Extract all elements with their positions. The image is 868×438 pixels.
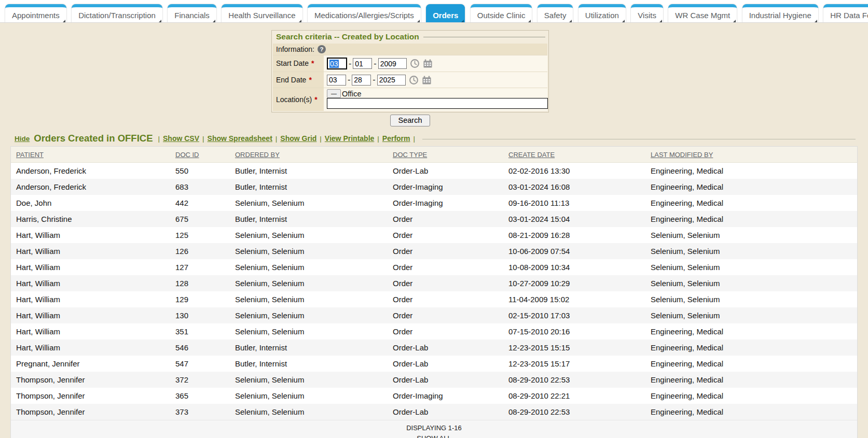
- cell-create-date: 12-23-2015 15:15: [503, 343, 645, 352]
- tab-health-surveillance[interactable]: Health Surveillance: [222, 4, 302, 23]
- column-header-doc-id[interactable]: DOC ID: [170, 147, 230, 162]
- end-date-month-input[interactable]: [327, 75, 346, 86]
- search-criteria-panel: Search criteria -- Created by Location I…: [271, 30, 549, 112]
- cell-doc-id: 546: [170, 343, 230, 352]
- column-header-last-modified-by[interactable]: LAST MODIFIED BY: [645, 147, 857, 162]
- show-spreadsheet-link[interactable]: Show Spreadsheet: [208, 134, 272, 143]
- tab-hr-data-feed[interactable]: HR Data Feed↗: [823, 4, 868, 23]
- cell-doc-id: 129: [170, 295, 230, 304]
- cell-create-date: 10-06-2009 07:54: [503, 247, 645, 256]
- calendar-picker-icon[interactable]: [422, 75, 432, 85]
- column-header-patient[interactable]: PATIENT: [11, 147, 170, 162]
- tab-utilization[interactable]: Utilization: [578, 4, 626, 23]
- tab-appointments[interactable]: Appointments: [5, 4, 66, 23]
- cell-doc-type: Order: [388, 247, 503, 256]
- help-icon[interactable]: ?: [318, 45, 326, 53]
- cell-patient: Thompson, Jennifer: [11, 375, 170, 384]
- cell-ordered-by: Selenium, Selenium: [230, 391, 388, 400]
- search-button[interactable]: Search: [390, 115, 431, 126]
- start-date-year-input[interactable]: [378, 58, 407, 69]
- tab-outside-clinic[interactable]: Outside Clinic: [471, 4, 532, 23]
- cell-doc-type: Order-Lab: [388, 166, 503, 175]
- cell-last-modified-by: Engineering, Medical: [645, 182, 857, 191]
- cell-ordered-by: Selenium, Selenium: [230, 247, 388, 256]
- cell-last-modified-by: Selenium, Selenium: [645, 247, 857, 256]
- table-row[interactable]: Doe, John 442 Selenium, Selenium Order-I…: [11, 195, 857, 211]
- locations-label: Location(s)*: [273, 88, 324, 111]
- column-header-doc-type[interactable]: DOC TYPE: [388, 147, 503, 162]
- tab-medications-allergies-scripts[interactable]: Medications/Allergies/Scripts: [308, 4, 421, 23]
- cell-patient: Thompson, Jennifer: [11, 407, 170, 416]
- time-picker-icon[interactable]: [409, 75, 419, 85]
- hide-link[interactable]: Hide: [15, 135, 30, 143]
- cell-last-modified-by: Engineering, Medical: [645, 407, 857, 416]
- cell-ordered-by: Butler, Internist: [230, 182, 388, 191]
- dropdown-caret-icon: [212, 20, 215, 23]
- required-asterisk: *: [311, 59, 314, 67]
- remove-location-button[interactable]: —: [327, 89, 341, 98]
- table-row[interactable]: Hart, William 127 Selenium, Selenium Ord…: [11, 259, 857, 275]
- table-row[interactable]: Hart, William 125 Selenium, Selenium Ord…: [11, 227, 857, 243]
- table-footer: DISPLAYING 1-16 SHOW ALL: [11, 420, 857, 438]
- cell-patient: Hart, William: [11, 295, 170, 304]
- table-row[interactable]: Thompson, Jennifer 372 Selenium, Seleniu…: [11, 372, 857, 388]
- show-csv-link[interactable]: Show CSV: [163, 134, 199, 143]
- cell-last-modified-by: Engineering, Medical: [645, 199, 857, 207]
- tab-safety[interactable]: Safety: [538, 4, 573, 23]
- search-criteria-title: Search criteria -- Created by Location: [276, 32, 419, 41]
- cell-doc-type: Order-Lab: [388, 407, 503, 416]
- table-row[interactable]: Hart, William 129 Selenium, Selenium Ord…: [11, 291, 857, 307]
- table-header-row: PATIENT DOC ID ORDERED BY DOC TYPE CREAT…: [11, 147, 857, 163]
- view-printable-link[interactable]: View Printable: [325, 134, 374, 143]
- start-date-month-input[interactable]: 03: [327, 58, 347, 69]
- table-row[interactable]: Hart, William 130 Selenium, Selenium Ord…: [11, 307, 857, 323]
- top-tab-bar: Appointments Dictation/Transcription Fin…: [0, 0, 868, 23]
- time-picker-icon[interactable]: [410, 59, 420, 68]
- cell-last-modified-by: Engineering, Medical: [645, 359, 857, 368]
- perform-link[interactable]: Perform: [382, 134, 410, 143]
- show-all-link[interactable]: SHOW ALL: [417, 434, 451, 438]
- cell-doc-id: 126: [170, 247, 230, 256]
- start-date-day-input[interactable]: [353, 58, 372, 69]
- table-row[interactable]: Hart, William 351 Selenium, Selenium Ord…: [11, 323, 857, 340]
- cell-doc-id: 127: [170, 263, 230, 272]
- cell-doc-type: Order-Lab: [388, 359, 503, 368]
- calendar-picker-icon[interactable]: [423, 59, 433, 68]
- table-row[interactable]: Anderson, Frederick 683 Butler, Internis…: [11, 179, 857, 195]
- table-row[interactable]: Thompson, Jennifer 365 Selenium, Seleniu…: [11, 388, 857, 404]
- table-row[interactable]: Harris, Christine 675 Butler, Internist …: [11, 211, 857, 227]
- tab-industrial-hygiene[interactable]: Industrial Hygiene: [742, 4, 818, 23]
- tab-dictation-transcription[interactable]: Dictation/Transcription: [72, 4, 162, 23]
- cell-create-date: 02-15-2010 17:03: [503, 311, 645, 320]
- cell-doc-type: Order: [388, 263, 503, 272]
- cell-patient: Anderson, Frederick: [11, 182, 170, 191]
- column-header-ordered-by[interactable]: ORDERED BY: [230, 147, 388, 162]
- cell-last-modified-by: Selenium, Selenium: [645, 311, 857, 320]
- cell-last-modified-by: Selenium, Selenium: [645, 263, 857, 272]
- tab-financials[interactable]: Financials: [168, 4, 216, 23]
- cell-create-date: 10-27-2009 10:29: [503, 279, 645, 288]
- tab-visits[interactable]: Visits: [631, 4, 663, 23]
- cell-patient: Thompson, Jennifer: [11, 391, 170, 400]
- tab-wr-case-mgmt[interactable]: WR Case Mgmt: [668, 4, 737, 23]
- table-row[interactable]: Hart, William 126 Selenium, Selenium Ord…: [11, 243, 857, 259]
- cell-doc-id: 125: [170, 231, 230, 239]
- table-row[interactable]: Thompson, Jennifer 373 Selenium, Seleniu…: [11, 404, 857, 420]
- header-line: [422, 139, 856, 139]
- cell-create-date: 07-15-2010 20:16: [503, 327, 645, 336]
- show-grid-link[interactable]: Show Grid: [280, 134, 316, 143]
- cell-patient: Hart, William: [11, 231, 170, 239]
- dropdown-caret-icon: [460, 20, 464, 23]
- end-date-year-input[interactable]: [377, 75, 406, 86]
- cell-patient: Hart, William: [11, 311, 170, 320]
- cell-doc-type: Order-Lab: [388, 375, 503, 384]
- end-date-day-input[interactable]: [352, 75, 371, 86]
- table-row[interactable]: Pregnant, Jennifer 547 Butler, Internist…: [11, 356, 857, 372]
- column-header-create-date[interactable]: CREATE DATE: [503, 147, 645, 162]
- cell-doc-type: Order: [388, 311, 503, 320]
- locations-input[interactable]: [327, 98, 548, 109]
- tab-orders[interactable]: Orders: [426, 4, 465, 23]
- table-row[interactable]: Hart, William 128 Selenium, Selenium Ord…: [11, 275, 857, 291]
- table-row[interactable]: Anderson, Frederick 550 Butler, Internis…: [11, 163, 857, 179]
- table-row[interactable]: Hart, William 546 Butler, Internist Orde…: [11, 340, 857, 356]
